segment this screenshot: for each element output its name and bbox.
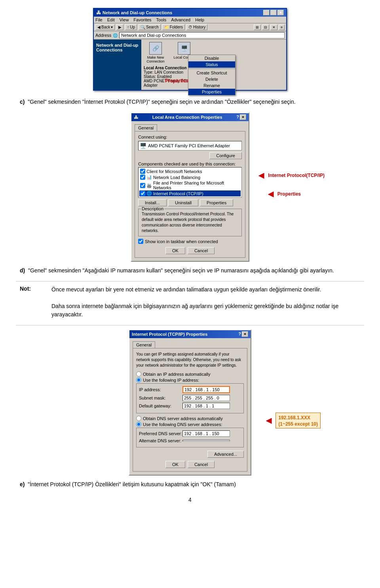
context-create-shortcut[interactable]: Create Shortcut xyxy=(188,70,235,76)
component-3-label: File and Printer Sharing for Microsoft N… xyxy=(153,181,240,190)
window-title-icon: 🖧 Network and Dial-up Connections xyxy=(96,10,172,15)
menu-file[interactable]: File xyxy=(95,17,103,22)
nc-panel: Network and Dial-up Connections 🔗 Make N… xyxy=(94,40,286,90)
subnet-input[interactable]: 255 . 255 . 255 . 0 xyxy=(182,395,230,401)
tcpip-properties-dialog: Internet Protocol (TCP/IP) Properties ? … xyxy=(129,329,251,476)
network-connections-window: 🖧 Network and Dial-up Connections _ □ ✕ … xyxy=(93,8,287,91)
ok-button[interactable]: OK xyxy=(165,247,185,254)
search-button[interactable]: 🔍 Search xyxy=(139,24,161,30)
make-new-connection-icon[interactable]: 🔗 Make New Connection xyxy=(144,42,167,63)
tcpip-general-tab[interactable]: General xyxy=(133,341,155,348)
tcpip-title-buttons: ? ✕ xyxy=(238,331,248,337)
context-delete[interactable]: Delete xyxy=(188,76,235,82)
component-3-checkbox[interactable] xyxy=(140,183,145,188)
component-2-checkbox[interactable] xyxy=(140,175,145,180)
toolbar-extra1[interactable]: ⊞ xyxy=(254,25,261,30)
step-d-label: d) xyxy=(20,267,25,274)
menu-tools[interactable]: Tools xyxy=(156,17,167,22)
component-3-icon: 🖨️ xyxy=(146,183,152,188)
tcpip-question-icon[interactable]: ? xyxy=(238,331,241,337)
tcpip-ok-button[interactable]: OK xyxy=(165,461,185,468)
up-button[interactable]: ↑ Up xyxy=(125,24,137,30)
radio-dns-auto-label: Obtain DNS server address automatically xyxy=(143,416,223,421)
subnet-row: Subnet mask: 255 . 255 . 255 . 0 xyxy=(139,395,241,401)
radio-auto-ip-label: Obtain an IP address automatically xyxy=(143,372,210,377)
gateway-input[interactable]: 192 . 168 . 1 . 1 xyxy=(182,403,230,409)
preferred-dns-input[interactable]: 192 . 168 . 1 . 150 xyxy=(182,430,230,437)
make-new-connection-label: Make New Connection xyxy=(144,55,167,63)
step-c-section: c) "Genel" sekmesinden "İnternet Protoko… xyxy=(16,98,364,106)
divider1 xyxy=(16,281,364,282)
back-button[interactable]: ◀ Back ▾ xyxy=(95,24,115,30)
cancel-button[interactable]: Cancel xyxy=(188,247,215,254)
component-1-checkbox[interactable] xyxy=(140,169,145,174)
taskbar-checkbox[interactable] xyxy=(138,239,143,244)
advanced-button[interactable]: Advanced... xyxy=(207,451,244,458)
forward-button[interactable]: ▶ xyxy=(116,24,124,30)
lac-properties-title: 🖧 Local Area Connection Properties ? ✕ xyxy=(131,113,249,121)
radio-dns-auto: Obtain DNS server address automatically xyxy=(136,416,244,421)
menu-view[interactable]: View xyxy=(120,17,129,22)
address-input[interactable]: Network and Dial-up Connections xyxy=(119,32,285,38)
context-rename[interactable]: Rename xyxy=(188,82,235,89)
dialog-close-button[interactable]: ✕ xyxy=(240,114,246,120)
dialog-question-icon[interactable]: ? xyxy=(236,114,239,120)
general-tab[interactable]: General xyxy=(135,124,157,131)
context-status[interactable]: Status xyxy=(188,61,235,68)
screenshot1: 🖧 Network and Dial-up Connections _ □ ✕ … xyxy=(93,8,287,91)
nc-icon-area: 🔗 Make New Connection 🖥️ Local Conn... D… xyxy=(144,42,284,63)
properties2-annotation-label: Properties xyxy=(277,191,301,197)
preferred-dns-row: Preferred DNS server: 192 . 168 . 1 . 15… xyxy=(139,430,241,437)
radio-auto-ip-input[interactable] xyxy=(136,371,141,377)
step-d-content: "Genel" sekmesinden "Aşağıdaki IP numara… xyxy=(28,267,334,274)
taskbar-checkbox-row: Show icon in taskbar when connected xyxy=(138,239,242,244)
maximize-button[interactable]: □ xyxy=(270,10,277,15)
toolbar-extra2[interactable]: ⊟ xyxy=(262,25,269,30)
radio-dns-auto-input[interactable] xyxy=(136,416,141,421)
install-buttons: Install... Uninstall Properties xyxy=(138,199,242,206)
history-button[interactable]: ⏱ History xyxy=(186,24,207,30)
alternate-dns-input[interactable] xyxy=(182,440,230,441)
minimize-button[interactable]: _ xyxy=(263,10,270,15)
components-label: Components checked are used by this conn… xyxy=(138,162,242,166)
tcpip-close-button[interactable]: ✕ xyxy=(242,331,248,337)
titlebar-buttons: _ □ ✕ xyxy=(263,10,284,15)
divider2 xyxy=(16,325,364,325)
close-button[interactable]: ✕ xyxy=(277,10,284,15)
toolbar-extra4[interactable]: ≡ xyxy=(279,25,285,30)
uninstall-button[interactable]: Uninstall xyxy=(168,199,198,206)
install-button[interactable]: Install... xyxy=(138,199,167,206)
ip-annotation-wrap: ◀ 192.168.1.XXX (1~255 except 10) xyxy=(264,413,321,428)
component-1-label: Client for Microsoft Networks xyxy=(146,169,202,174)
configure-button[interactable]: Configure xyxy=(209,152,242,159)
component-4[interactable]: 🌐 Internet Protocol (TCP/IP) xyxy=(139,190,241,196)
tcpip-cancel-button[interactable]: Cancel xyxy=(188,461,215,468)
context-disable[interactable]: Disable xyxy=(188,55,235,61)
folders-button[interactable]: 📁 Folders xyxy=(162,24,185,30)
radio-dns-use-input[interactable] xyxy=(136,422,141,427)
step-e-text: e) "İnternet Protokol (TCP/IP) Özellikle… xyxy=(20,480,360,489)
subnet-label: Subnet mask: xyxy=(139,396,182,400)
nc-sidebar: Network and Dial-up Connections xyxy=(94,40,141,90)
component-3[interactable]: 🖨️ File and Printer Sharing for Microsof… xyxy=(139,180,241,190)
context-properties[interactable]: Properties xyxy=(188,89,235,95)
alternate-dns-label: Alternate DNS server: xyxy=(139,438,182,443)
ip-input[interactable]: 192 . 168 . 1 . 150 xyxy=(182,386,230,393)
component-1[interactable]: Client for Microsoft Networks xyxy=(139,168,241,174)
component-2[interactable]: 📊 Network Load Balancing xyxy=(139,174,241,180)
ip-row: IP address: 192 . 168 . 1 . 150 xyxy=(139,386,241,393)
radio-use-ip-input[interactable] xyxy=(136,377,141,382)
menu-favorites[interactable]: Favorites xyxy=(133,17,151,22)
ip-annotation-label: 192.168.1.XXX (1~255 except 10) xyxy=(278,415,318,427)
properties-button[interactable]: Properties xyxy=(200,199,233,206)
menu-edit[interactable]: Edit xyxy=(107,17,115,22)
toolbar-extra3[interactable]: ✕ xyxy=(270,25,277,30)
component-4-checkbox[interactable] xyxy=(140,191,145,196)
screenshot3-container: Internet Protocol (TCP/IP) Properties ? … xyxy=(16,329,364,476)
screenshot3-annot-wrap: Internet Protocol (TCP/IP) Properties ? … xyxy=(129,329,251,476)
menu-help[interactable]: Help xyxy=(195,17,204,22)
gateway-row: Default gateway: 192 . 168 . 1 . 1 xyxy=(139,403,241,409)
menu-advanced[interactable]: Advanced xyxy=(171,17,190,22)
address-bar: Address 🌐 Network and Dial-up Connection… xyxy=(94,31,286,40)
local-area-connection-icon[interactable]: 🖥️ Local Conn... Disable Status Create S… xyxy=(172,42,196,63)
